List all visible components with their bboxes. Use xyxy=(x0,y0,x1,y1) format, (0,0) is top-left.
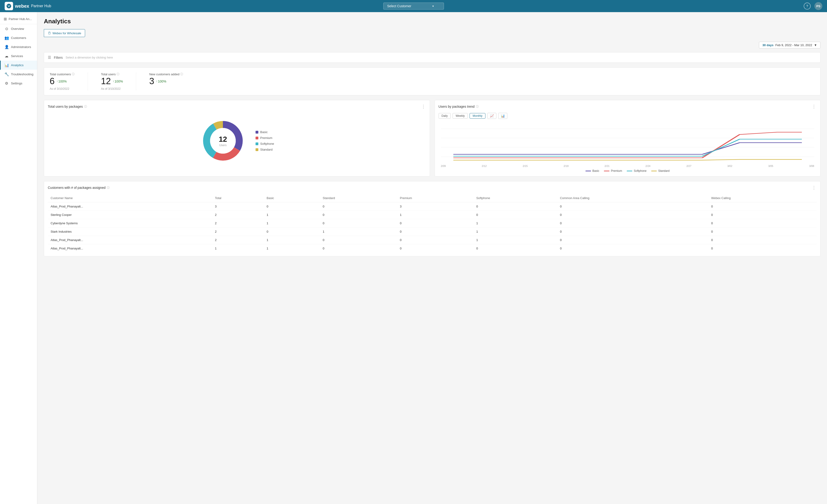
td-common-area-0: 0 xyxy=(557,202,709,211)
line-chart-legend: Basic Premium Softphone Standard xyxy=(439,169,817,172)
td-premium-4: 0 xyxy=(397,236,474,244)
sidebar-item-analytics[interactable]: 📊 Analytics xyxy=(0,61,37,70)
table-info-icon[interactable]: ⓘ xyxy=(107,186,109,190)
line-chart-type-button[interactable]: 📈 xyxy=(487,113,496,119)
stat-info-new-icon[interactable]: ⓘ xyxy=(180,72,183,76)
sidebar-label-overview: Overview xyxy=(11,27,24,31)
date-range-value: Feb 9, 2022 - Mar 10, 2022 xyxy=(775,43,812,47)
topnav: webex Partner Hub Select Customer ▼ ? PS xyxy=(0,0,827,12)
line-menu-icon[interactable]: ⋮ xyxy=(812,104,817,109)
stat-info-users-icon[interactable]: ⓘ xyxy=(116,72,119,76)
line-chart-title: Users by packages trend ⓘ xyxy=(439,105,479,109)
sidebar-label-administrators: Administrators xyxy=(11,45,31,49)
legend-basic-dot xyxy=(255,131,258,134)
table-body: Atlas_Prod_Phanayalt... 3 0 0 3 0 0 0 St… xyxy=(48,202,817,253)
x-label-2: 2/15 xyxy=(523,164,528,167)
legend-basic: Basic xyxy=(255,130,274,134)
stats-row: Total customers ⓘ 6 ↑ 100% As of 3/10/20… xyxy=(44,67,821,95)
td-premium-3: 0 xyxy=(397,228,474,236)
x-label-6: 2/27 xyxy=(686,164,691,167)
troubleshooting-icon: 🔧 xyxy=(4,72,9,77)
td-webex-calling-2: 0 xyxy=(708,219,817,228)
filters-label: Filters xyxy=(54,56,63,59)
td-common-area-5: 0 xyxy=(557,244,709,253)
sidebar-item-settings[interactable]: ⚙ Settings xyxy=(0,79,37,88)
app-layout: ⊞ Partner Hub An... ⊙ Overview 👥 Custome… xyxy=(0,12,827,504)
donut-menu-icon[interactable]: ⋮ xyxy=(421,104,426,109)
daily-button[interactable]: Daily xyxy=(439,113,451,119)
line-chart-header: Users by packages trend ⓘ ⋮ xyxy=(439,104,817,109)
date-range-button[interactable]: 30 days Feb 9, 2022 - Mar 10, 2022 ▼ xyxy=(759,42,821,49)
donut-chart: 12 Users xyxy=(200,117,246,164)
legend-premium: Premium xyxy=(255,136,274,140)
donut-container: 12 Users Basic Premium xyxy=(48,113,426,169)
td-total-5: 1 xyxy=(212,244,264,253)
line-legend-standard-label: Standard xyxy=(658,169,670,172)
sidebar: ⊞ Partner Hub An... ⊙ Overview 👥 Custome… xyxy=(0,12,37,504)
bar-chart-type-button[interactable]: 📊 xyxy=(498,113,507,119)
sidebar-label-troubleshooting: Troubleshooting xyxy=(11,72,33,76)
td-common-area-2: 0 xyxy=(557,219,709,228)
x-label-3: 2/18 xyxy=(564,164,569,167)
weekly-button[interactable]: Weekly xyxy=(452,113,468,119)
donut-info-icon[interactable]: ⓘ xyxy=(84,105,87,109)
sidebar-item-customers[interactable]: 👥 Customers xyxy=(0,33,37,42)
legend-standard-label: Standard xyxy=(260,148,273,151)
td-webex-calling-1: 0 xyxy=(708,211,817,219)
sidebar-item-administrators[interactable]: 👤 Administrators xyxy=(0,42,37,52)
td-standard-5: 0 xyxy=(320,244,397,253)
svg-point-0 xyxy=(6,4,11,8)
sidebar-top-item[interactable]: ⊞ Partner Hub An... xyxy=(0,14,37,24)
th-basic: Basic xyxy=(264,194,320,202)
table-row: Stark Industries 2 0 1 0 1 0 0 xyxy=(48,228,817,236)
x-label-5: 2/24 xyxy=(645,164,650,167)
td-standard-2: 0 xyxy=(320,219,397,228)
administrators-icon: 👤 xyxy=(4,45,9,49)
sidebar-item-overview[interactable]: ⊙ Overview xyxy=(0,24,37,33)
td-common-area-3: 0 xyxy=(557,228,709,236)
td-basic-1: 1 xyxy=(264,211,320,219)
date-range-row: 30 days Feb 9, 2022 - Mar 10, 2022 ▼ xyxy=(44,42,821,49)
th-webex-calling: Webex Calling xyxy=(708,194,817,202)
sidebar-item-services[interactable]: ☁ Services xyxy=(0,52,37,61)
sidebar-item-troubleshooting[interactable]: 🔧 Troubleshooting xyxy=(0,70,37,79)
th-common-area: Common Area Calling xyxy=(557,194,709,202)
filters-icon: ☰ xyxy=(48,55,51,60)
tab-wholesale[interactable]: 🗒 Webex for Wholesale xyxy=(44,29,85,37)
donut-chart-header: Total users by packages ⓘ ⋮ xyxy=(48,104,426,109)
table-menu-icon[interactable]: ⋮ xyxy=(812,185,817,190)
stat-change-new-customers: ↑ 100% xyxy=(156,80,166,83)
donut-center: 12 Users xyxy=(219,135,227,147)
tab-wholesale-label: Webex for Wholesale xyxy=(52,32,81,35)
td-name-1: Sterling Cooper xyxy=(48,211,212,219)
line-legend-premium-color xyxy=(604,171,610,171)
th-premium: Premium xyxy=(397,194,474,202)
table-card: Customers with # of packages assigned ⓘ … xyxy=(44,181,821,256)
chevron-down-icon: ▼ xyxy=(432,5,434,7)
line-legend-standard-color xyxy=(651,171,657,171)
td-webex-calling-3: 0 xyxy=(708,228,817,236)
services-icon: ☁ xyxy=(4,54,9,58)
monthly-button[interactable]: Monthly xyxy=(470,113,485,119)
donut-chart-card: Total users by packages ⓘ ⋮ xyxy=(44,100,430,177)
line-legend-softphone: Softphone xyxy=(627,169,646,172)
line-info-icon[interactable]: ⓘ xyxy=(476,105,479,109)
stat-info-icon[interactable]: ⓘ xyxy=(72,72,75,76)
td-name-4: Atlas_Prod_Phanayalt... xyxy=(48,236,212,244)
days-label: 30 days xyxy=(763,43,774,47)
line-legend-premium: Premium xyxy=(604,169,622,172)
filters-bar[interactable]: ☰ Filters Select a dimension by clicking… xyxy=(44,52,821,63)
avatar[interactable]: PS xyxy=(814,2,822,10)
help-icon[interactable]: ? xyxy=(804,3,811,9)
line-legend-standard: Standard xyxy=(651,169,670,172)
legend-premium-dot xyxy=(255,137,258,139)
x-label-4: 2/21 xyxy=(604,164,610,167)
stat-new-customers: New customers added ⓘ 3 ↑ 100% xyxy=(149,72,183,91)
table-row: Atlas_Prod_Phanayalt... 1 1 0 0 0 0 0 xyxy=(48,244,817,253)
td-name-2: Cyberdyne Systems xyxy=(48,219,212,228)
table-row: Atlas_Prod_Phanayalt... 2 1 0 0 1 0 0 xyxy=(48,236,817,244)
td-softphone-5: 0 xyxy=(474,244,557,253)
date-range-chevron-icon: ▼ xyxy=(814,43,817,47)
legend-premium-label: Premium xyxy=(260,136,272,140)
select-customer-button[interactable]: Select Customer ▼ xyxy=(383,3,444,9)
